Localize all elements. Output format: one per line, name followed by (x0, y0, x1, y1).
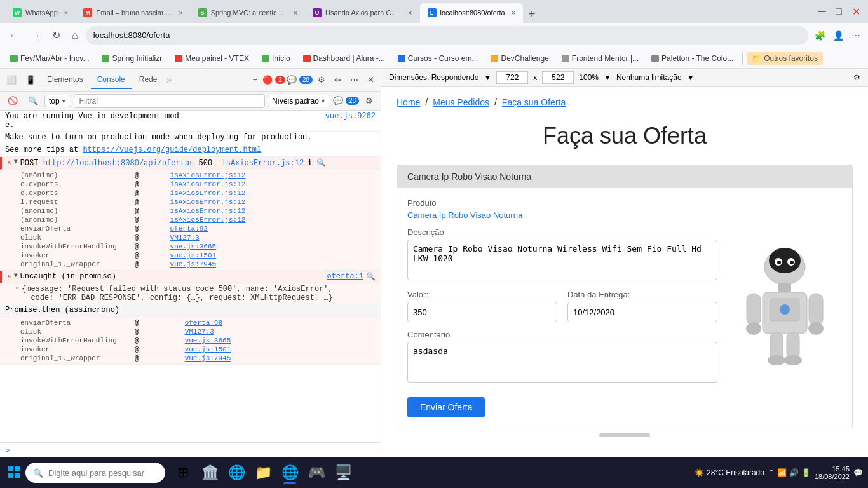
tab-close-spring[interactable]: × (294, 9, 297, 17)
refresh-button[interactable]: ↻ (48, 27, 64, 44)
bookmark-spring[interactable]: Spring Initializr (97, 52, 167, 65)
breadcrumb-home[interactable]: Home (397, 97, 420, 107)
console-levels-dropdown[interactable]: Níveis padrão ▼ (268, 95, 330, 107)
devtools-tabs-more[interactable]: » (165, 74, 173, 86)
dimensions-dropdown-icon[interactable]: ▼ (484, 73, 491, 82)
tab-close-whatsapp[interactable]: × (64, 9, 68, 17)
console-search-icon-1[interactable]: 🔍 (316, 159, 326, 168)
taskbar-network-icon[interactable]: 📶 (777, 468, 787, 477)
console-search-icon-2[interactable]: 🔍 (366, 272, 376, 281)
console-clear-button[interactable]: 🚫 (4, 93, 22, 108)
comentario-textarea[interactable] (407, 342, 717, 383)
stack-source[interactable]: isAxiosError.js:12 (165, 180, 376, 189)
tab-whatsapp[interactable]: W WhatsApp × (5, 3, 76, 23)
address-input[interactable] (86, 26, 808, 45)
stack-source[interactable]: oferta:98 (180, 318, 376, 327)
stack-source[interactable]: isAxiosError.js:12 (165, 189, 376, 198)
devtools-tab-elementos[interactable]: Elementos (41, 71, 90, 89)
stack-source[interactable]: isAxiosError.js:12 (165, 207, 376, 215)
taskbar-search-bar[interactable]: 🔍 (25, 463, 165, 483)
console-expand-2[interactable]: ▼ (14, 272, 18, 279)
console-expand-1[interactable]: ▼ (14, 158, 18, 165)
valor-input[interactable] (407, 302, 557, 322)
console-level-selector[interactable]: top ▼ (44, 95, 71, 107)
stack-source[interactable]: oferta:92 (165, 224, 376, 233)
close-button[interactable]: ✕ (850, 3, 863, 20)
profiles-button[interactable]: 👤 (831, 28, 846, 43)
devtools-add-button[interactable]: + (249, 72, 262, 87)
tab-email[interactable]: M Email – bruno nascimento – × (76, 3, 190, 23)
tab-localhost[interactable]: L localhost:8080/oferta × (420, 3, 524, 23)
console-expand-detail[interactable]: ○ (15, 285, 19, 292)
stack-source[interactable]: vue.js:7945 (180, 354, 376, 363)
devtools-settings-button[interactable]: ⚙ (314, 72, 329, 87)
data-input[interactable] (567, 302, 717, 322)
console-link-vuejs[interactable]: https://vuejs.org/guide/deployment.html (83, 146, 261, 154)
breadcrumb-meus-pedidos[interactable]: Meus Pedidos (433, 97, 489, 107)
taskbar-icon-browser[interactable]: 🌐 (277, 460, 302, 485)
bookmark-inicio[interactable]: Início (257, 52, 295, 65)
stack-source[interactable]: vue.js:1501 (180, 345, 376, 354)
bookmark-paletton[interactable]: Paletton - The Colo... (646, 52, 738, 65)
bookmark-cursos[interactable]: Cursos - Curso em... (393, 52, 484, 65)
console-filter-toggle[interactable]: 🔍 (24, 93, 42, 108)
tab-axios[interactable]: U Usando Axios para Consumir × (305, 3, 419, 23)
console-link-isaxios[interactable]: isAxiosError.js:12 (222, 159, 304, 168)
taskbar-icon-taskview[interactable]: ⊞ (170, 460, 196, 485)
dimensions-limit-dropdown[interactable]: ▼ (687, 73, 695, 82)
console-input[interactable] (15, 446, 376, 455)
dimensions-zoom-dropdown[interactable]: ▼ (604, 73, 611, 82)
stack-source[interactable]: isAxiosError.js:12 (165, 215, 376, 224)
bookmark-alura[interactable]: Dashboard | Alura -... (298, 52, 390, 65)
scrollbar-indicator[interactable] (599, 433, 650, 437)
forward-button[interactable]: → (27, 27, 44, 44)
taskbar-start-button[interactable] (5, 463, 23, 483)
devtools-more-button[interactable]: ⋯ (346, 72, 362, 87)
back-button[interactable]: ← (5, 27, 23, 44)
maximize-button[interactable]: □ (833, 3, 844, 20)
taskbar-icon-fileexplorer[interactable]: 📁 (250, 460, 276, 485)
tab-spring[interactable]: S Spring MVC: autenticação co × (191, 3, 305, 23)
stack-source[interactable]: VM127:3 (165, 233, 376, 242)
devtools-tab-console[interactable]: Console (91, 71, 132, 89)
devtools-tab-rede[interactable]: Rede (133, 71, 164, 89)
stack-source[interactable]: vue.js:3665 (165, 242, 376, 251)
bookmark-outros-favoritos[interactable]: 📁 Outros favoritos (747, 52, 823, 65)
bookmark-devchallenge[interactable]: DevChallenge (485, 52, 553, 65)
produto-link[interactable]: Camera Ip Robo Visao Noturna (407, 210, 717, 220)
stack-source[interactable]: isAxiosError.js:12 (165, 171, 376, 180)
descricao-textarea[interactable] (407, 240, 717, 280)
bookmark-frontend-mentor[interactable]: Frontend Mentor |... (557, 52, 644, 65)
devtools-close-button[interactable]: ✕ (363, 72, 378, 87)
console-settings-button[interactable]: ⚙ (362, 93, 377, 108)
stack-source[interactable]: vue.js:7945 (165, 260, 376, 269)
taskbar-icon-terminal[interactable]: 🖥️ (330, 460, 356, 485)
taskbar-chevron-icon[interactable]: ⌃ (768, 468, 775, 477)
taskbar-volume-icon[interactable]: 🔊 (789, 468, 799, 477)
enviar-oferta-button[interactable]: Enviar Oferta (407, 397, 485, 417)
dimensions-height-input[interactable] (542, 71, 574, 84)
devtools-dock-button[interactable]: ⇔ (330, 72, 345, 87)
console-source-vue1[interactable]: vue.js:9262 (320, 112, 376, 121)
taskbar-icon-edge[interactable]: 🌐 (224, 460, 249, 485)
devtools-inspect-button[interactable]: ⬜ (3, 72, 20, 87)
tab-close-localhost[interactable]: × (512, 9, 515, 17)
home-button[interactable]: ⌂ (68, 27, 82, 44)
stack-source[interactable]: isAxiosError.js:12 (165, 198, 376, 207)
taskbar-search-input[interactable] (48, 468, 150, 478)
new-tab-button[interactable]: + (523, 5, 541, 23)
stack-source[interactable]: vue.js:1501 (165, 251, 376, 260)
taskbar-time-display[interactable]: 15:45 18/08/2022 (815, 465, 850, 480)
tab-close-axios[interactable]: × (408, 9, 412, 17)
console-info-icon[interactable]: ℹ (308, 159, 311, 168)
devtools-device-button[interactable]: 📱 (22, 72, 39, 87)
console-link-api[interactable]: http://localhost:8080/api/ofertas (43, 159, 194, 168)
stack-source[interactable]: VM127:3 (180, 327, 376, 336)
taskbar-notification-icon[interactable]: 💬 (853, 468, 863, 477)
tab-close-email[interactable]: × (179, 9, 182, 17)
taskbar-icon-castle[interactable]: 🏛️ (197, 460, 222, 485)
menu-button[interactable]: ⋯ (849, 28, 863, 43)
minimize-button[interactable]: ─ (816, 3, 828, 20)
dimensions-more-icon[interactable]: ⚙ (853, 73, 860, 82)
dimensions-width-input[interactable] (496, 71, 528, 84)
